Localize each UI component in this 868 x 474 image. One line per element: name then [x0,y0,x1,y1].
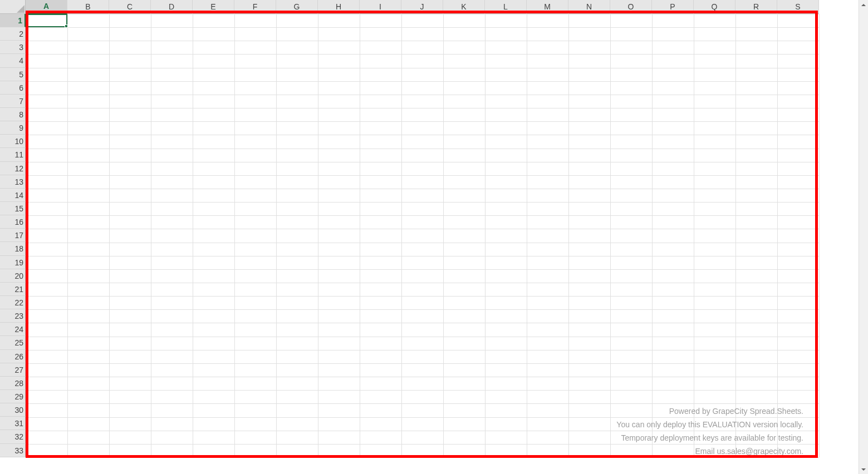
gridline-horizontal [26,323,819,323]
gridline-horizontal [26,175,819,176]
row-header-25[interactable]: 25 [0,336,26,349]
column-header-i[interactable]: I [360,0,401,14]
gridline-horizontal [26,108,819,108]
row-header-16[interactable]: 16 [0,215,26,229]
gridline-horizontal [26,403,819,404]
row-header-6[interactable]: 6 [0,81,26,95]
column-header-r[interactable]: R [735,0,777,14]
cell-grid[interactable] [26,14,819,457]
gridline-horizontal [26,350,819,350]
row-header-8[interactable]: 8 [0,108,26,121]
vertical-scrollbar[interactable] [859,0,868,474]
row-header-17[interactable]: 17 [0,229,26,242]
column-header-s[interactable]: S [777,0,819,14]
row-header-33[interactable]: 33 [0,444,26,457]
gridline-horizontal [26,337,819,337]
row-header-13[interactable]: 13 [0,175,26,189]
row-header-28[interactable]: 28 [0,377,26,390]
column-header-a[interactable]: A [26,0,67,14]
gridline-vertical [735,14,736,457]
row-header-27[interactable]: 27 [0,363,26,377]
column-header-c[interactable]: C [109,0,151,14]
row-header-21[interactable]: 21 [0,283,26,296]
row-header-1[interactable]: 1 [0,14,26,27]
row-header-4[interactable]: 4 [0,54,26,67]
gridline-horizontal [26,121,819,122]
row-header-24[interactable]: 24 [0,323,26,336]
grid-area: ABCDEFGHIJKLMNOPQRS 12345678910111213141… [0,0,820,474]
row-header-9[interactable]: 9 [0,121,26,135]
fill-handle[interactable] [65,24,68,28]
row-header-3[interactable]: 3 [0,41,26,54]
column-header-j[interactable]: J [401,0,443,14]
row-header-23[interactable]: 23 [0,309,26,323]
gridline-vertical [318,14,318,457]
gridline-horizontal [26,377,819,377]
gridline-vertical [777,14,778,457]
gridline-vertical [694,14,694,457]
gridline-horizontal [26,256,819,256]
row-header-32[interactable]: 32 [0,430,26,443]
gridline-vertical [193,14,193,457]
column-header-d[interactable]: D [151,0,193,14]
gridline-horizontal [26,41,819,41]
column-header-m[interactable]: M [527,0,568,14]
gridline-vertical [26,14,26,457]
gridline-horizontal [26,189,819,189]
scroll-up-button[interactable] [859,0,869,9]
row-header-15[interactable]: 15 [0,202,26,215]
row-header-14[interactable]: 14 [0,189,26,202]
gridline-horizontal [26,417,819,418]
column-header-e[interactable]: E [193,0,234,14]
row-header-18[interactable]: 18 [0,242,26,255]
row-header-7[interactable]: 7 [0,95,26,108]
row-header-31[interactable]: 31 [0,417,26,430]
row-header-20[interactable]: 20 [0,269,26,283]
column-header-l[interactable]: L [485,0,527,14]
gridline-horizontal [26,243,819,243]
column-header-o[interactable]: O [610,0,652,14]
gridline-vertical [652,14,653,457]
row-header-2[interactable]: 2 [0,27,26,41]
select-all-corner[interactable] [0,0,26,14]
row-header-12[interactable]: 12 [0,162,26,175]
column-header-f[interactable]: F [234,0,276,14]
gridline-vertical [151,14,151,457]
row-header-26[interactable]: 26 [0,350,26,363]
row-header-5[interactable]: 5 [0,68,26,81]
gridline-vertical [276,14,277,457]
row-header-29[interactable]: 29 [0,390,26,403]
selected-cell[interactable] [26,14,67,27]
column-header-n[interactable]: N [568,0,610,14]
scroll-down-button[interactable] [859,465,869,474]
gridline-horizontal [26,363,819,364]
gridline-vertical [67,14,68,457]
gridline-horizontal [26,135,819,135]
row-header-11[interactable]: 11 [0,148,26,161]
gridline-vertical [568,14,569,457]
column-header-h[interactable]: H [318,0,360,14]
gridline-vertical [819,14,820,457]
column-header-b[interactable]: B [67,0,109,14]
gridline-vertical [234,14,235,457]
spreadsheet-container: ABCDEFGHIJKLMNOPQRS 12345678910111213141… [0,0,868,474]
row-header-10[interactable]: 10 [0,135,26,148]
gridline-horizontal [26,390,819,391]
gridline-vertical [527,14,527,457]
column-header-p[interactable]: P [652,0,694,14]
gridline-vertical [485,14,486,457]
column-header-g[interactable]: G [276,0,318,14]
row-header-30[interactable]: 30 [0,403,26,417]
row-header-19[interactable]: 19 [0,256,26,269]
row-headers: 1234567891011121314151617181920212223242… [0,14,26,457]
column-header-q[interactable]: Q [694,0,735,14]
row-header-22[interactable]: 22 [0,296,26,309]
gridline-horizontal [26,457,819,458]
gridline-vertical [109,14,110,457]
gridline-horizontal [26,27,819,28]
column-header-k[interactable]: K [443,0,485,14]
gridline-vertical [360,14,360,457]
gridline-horizontal [26,431,819,431]
gridline-horizontal [26,296,819,297]
column-headers: ABCDEFGHIJKLMNOPQRS [26,0,819,14]
